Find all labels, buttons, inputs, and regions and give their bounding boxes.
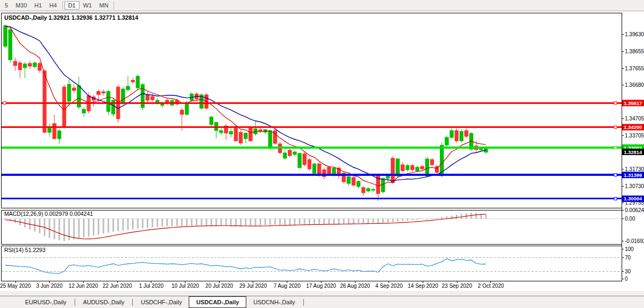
macd-histogram-bar (407, 219, 408, 221)
timeframe-button-5[interactable]: 5 (1, 1, 12, 10)
candle-body (146, 95, 149, 100)
macd-histogram-bar (88, 219, 90, 237)
macd-histogram-bar (318, 219, 320, 224)
candle-body (122, 89, 125, 103)
macd-histogram-bar (142, 219, 143, 229)
candle-body (23, 64, 27, 68)
macd-histogram-bar (127, 219, 129, 230)
hline-handle[interactable] (614, 102, 617, 104)
rsi-label: RSI(14) 51.2293 (4, 247, 45, 253)
price-axis-label: 1.36680 (625, 82, 644, 88)
price-axis-label: 1.30730 (625, 183, 644, 189)
candle-body (465, 131, 468, 136)
macd-histogram-bar (299, 219, 301, 225)
macd-histogram-bar (201, 219, 203, 225)
timeframe-toolbar: 5M30H1H4D1W1MN (0, 0, 644, 11)
macd-histogram-bar (132, 219, 134, 230)
timeframe-button-mn[interactable]: MN (95, 1, 112, 10)
candle-body (102, 92, 105, 93)
macd-histogram-bar (245, 219, 246, 226)
price-level-box-label: 1.31399 (624, 172, 642, 178)
macd-histogram-bar (137, 219, 139, 229)
macd-histogram-bar (363, 219, 364, 224)
candle-body (244, 133, 247, 139)
tab-separator (303, 299, 304, 306)
date-axis-label: 22 Jun 2020 (103, 283, 132, 289)
macd-histogram-bar (230, 219, 232, 226)
price-axis-label: 1.31730 (625, 166, 644, 172)
macd-histogram-bar (63, 219, 65, 241)
macd-histogram-bar (284, 219, 286, 225)
macd-histogram-bar (456, 215, 457, 219)
macd-histogram-bar (157, 219, 158, 227)
macd-histogram-bar (373, 219, 374, 223)
timeframe-button-d1[interactable]: D1 (65, 1, 79, 10)
macd-histogram-bar (122, 219, 124, 231)
price-level-box-label: 1.30004 (624, 196, 642, 201)
candle-body (33, 63, 36, 67)
candle-body (38, 63, 41, 70)
timeframe-button-h4[interactable]: H4 (46, 1, 61, 10)
macd-histogram-bar (250, 219, 252, 226)
macd-histogram-bar (176, 219, 178, 226)
macd-histogram-bar (309, 219, 310, 224)
main-pane (1, 13, 622, 208)
candle-body (229, 132, 232, 134)
price-level-box-label: 1.35617 (624, 100, 642, 106)
candle-body (455, 131, 458, 141)
candle-body (347, 176, 350, 183)
tab-usdcad-daily[interactable]: USDCAD-,Daily (189, 296, 246, 308)
candle-body (367, 189, 370, 191)
candle-body (361, 188, 365, 193)
candle-body (62, 87, 66, 127)
tab-separator (75, 299, 75, 306)
macd-histogram-bar (392, 219, 393, 222)
candle-body (136, 76, 139, 88)
candle-body (425, 159, 429, 176)
macd-histogram-bar (73, 219, 75, 240)
date-axis-label: 25 May 2020 (0, 283, 31, 289)
macd-histogram-bar (196, 219, 197, 226)
tab-usdchf-daily[interactable]: USDCHF-,Daily (134, 296, 189, 308)
candle-body (77, 86, 80, 107)
candle-body (131, 80, 134, 82)
macd-histogram-bar (59, 219, 60, 241)
tab-separator (132, 299, 133, 306)
macd-histogram-bar (220, 219, 222, 226)
candle-body (43, 71, 46, 132)
price-axis-label: 1.37655 (625, 66, 644, 71)
tab-usdcnh-daily[interactable]: USDCNH-,Daily (246, 296, 302, 308)
hline-handle[interactable] (614, 126, 617, 128)
rsi-pane (1, 246, 622, 281)
date-axis-label: 20 Jul 2020 (205, 283, 233, 289)
candle-body (180, 110, 183, 115)
hline-handle[interactable] (614, 174, 617, 176)
candle-body (82, 109, 85, 113)
macd-histogram-bar (485, 215, 487, 218)
tab-audusd-daily[interactable]: AUDUSD-,Daily (76, 296, 132, 308)
candle-body (410, 166, 414, 170)
tab-eurusd-daily[interactable]: EURUSD-,Daily (18, 296, 74, 308)
macd-axis-label: -0.016933 (625, 238, 644, 244)
date-axis-label: 12 Jun 2020 (69, 283, 98, 289)
price-axis-label: 1.34705 (625, 116, 644, 121)
hline-handle[interactable] (614, 147, 617, 149)
timeframe-button-w1[interactable]: W1 (79, 1, 96, 10)
macd-histogram-bar (367, 219, 369, 223)
date-axis-label: 10 Jul 2020 (172, 283, 199, 289)
price-level-box-label: 1.34200 (624, 124, 642, 130)
hline-handle[interactable] (614, 197, 617, 200)
timeframe-button-m30[interactable]: M30 (12, 1, 30, 10)
candle-body (450, 131, 453, 137)
macd-histogram-bar (461, 214, 462, 218)
hline-handle[interactable] (3, 102, 6, 104)
timeframe-button-h1[interactable]: H1 (31, 1, 46, 10)
candle-body (151, 96, 154, 100)
candle-body (391, 158, 395, 183)
candle-body (288, 150, 291, 156)
date-axis-label: 17 Aug 2020 (306, 283, 336, 289)
macd-histogram-bar (226, 219, 227, 226)
macd-histogram-bar (191, 219, 192, 226)
macd-axis-label: 0.006245 (625, 207, 644, 213)
macd-histogram-bar (324, 219, 325, 224)
